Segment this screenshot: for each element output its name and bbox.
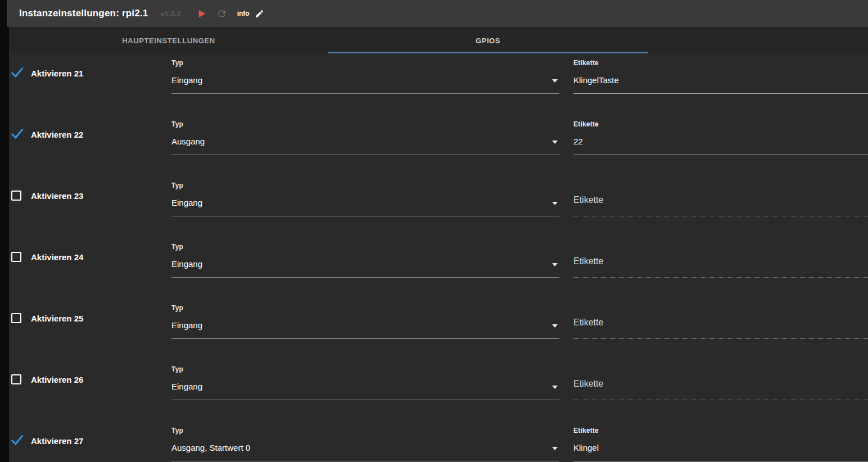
gpio-row-25: Aktivieren 25 Typ Eingang Etikette Etike…	[9, 301, 868, 346]
play-button[interactable]	[196, 8, 207, 19]
type-select[interactable]: Typ Ausgang, Startwert 0	[171, 424, 559, 462]
type-select[interactable]: Typ Eingang	[171, 363, 559, 403]
label-field-value: Etikette	[573, 195, 603, 205]
input-underline	[171, 93, 559, 94]
type-field-value: Eingang	[171, 382, 202, 391]
checkmark-icon	[10, 433, 24, 447]
gpio-row-27: Aktivieren 27 Typ Ausgang, Startwert 0 E…	[9, 424, 868, 462]
active-tab-indicator	[328, 52, 648, 53]
refresh-button[interactable]	[216, 8, 227, 19]
enable-label: Aktivieren 23	[31, 191, 83, 201]
label-input[interactable]: Etikette KlingelTaste	[573, 56, 868, 97]
enable-label: Aktivieren 24	[31, 252, 83, 262]
label-input[interactable]: Etikette Klingel	[573, 424, 868, 462]
input-underline	[171, 155, 559, 155]
enable-checkbox[interactable]	[10, 65, 25, 80]
gpio-row-26: Aktivieren 26 Typ Eingang Etikette Etike…	[9, 363, 868, 407]
tab-label: GPIOS	[476, 37, 500, 45]
label-field-value: Etikette	[573, 256, 603, 266]
checkbox-box	[11, 252, 21, 262]
edit-pencil-icon	[255, 9, 264, 19]
input-underline	[573, 338, 868, 339]
tab-haupteinstellungen[interactable]: HAUPTEINSTELLUNGEN	[9, 27, 328, 54]
input-underline	[573, 155, 868, 155]
enable-label: Aktivieren 22	[31, 130, 83, 139]
checkmark-icon	[10, 126, 24, 141]
adapter-version: v1.3.2	[160, 10, 180, 18]
play-icon	[196, 8, 207, 19]
dialog-title: Instanzeinstellungen: rpi2.1	[19, 8, 148, 19]
label-field-label: Etikette	[573, 427, 599, 434]
type-field-label: Typ	[171, 59, 183, 67]
label-input: Etikette Etikette	[573, 179, 868, 219]
type-field-label: Typ	[171, 304, 183, 312]
checkbox-box	[11, 191, 21, 201]
enable-checkbox[interactable]	[10, 188, 25, 202]
label-field-value: 22	[573, 137, 583, 146]
input-underline	[171, 400, 559, 400]
type-select[interactable]: Typ Eingang	[171, 179, 559, 219]
checkbox-box	[11, 313, 21, 323]
type-field-value: Eingang	[171, 75, 202, 85]
input-underline	[573, 216, 868, 216]
dropdown-arrow-icon	[552, 447, 558, 450]
label-field-label: Etikette	[573, 120, 599, 128]
edit-button[interactable]	[255, 9, 264, 19]
type-field-label: Typ	[171, 243, 183, 251]
dropdown-arrow-icon	[552, 141, 558, 144]
enable-label: Aktivieren 26	[31, 375, 83, 384]
input-underline	[573, 400, 868, 400]
gpio-row-24: Aktivieren 24 Typ Eingang Etikette Etike…	[9, 240, 868, 285]
dialog-header: Instanzeinstellungen: rpi2.1 v1.3.2 info	[7, 0, 868, 27]
label-field-value: Etikette	[573, 318, 603, 328]
dropdown-arrow-icon	[552, 202, 558, 205]
type-select[interactable]: Typ Eingang	[171, 240, 559, 280]
enable-checkbox[interactable]	[10, 126, 25, 141]
type-field-value: Eingang	[171, 259, 202, 269]
enable-checkbox[interactable]	[10, 310, 25, 325]
enable-checkbox[interactable]	[10, 433, 25, 447]
log-level-label: info	[237, 10, 250, 17]
input-underline	[171, 461, 559, 461]
enable-checkbox[interactable]	[10, 249, 25, 264]
dropdown-arrow-icon	[552, 386, 558, 389]
tab-label: HAUPTEINSTELLUNGEN	[122, 37, 215, 45]
label-input: Etikette Etikette	[573, 363, 868, 403]
tab-bar: HAUPTEINSTELLUNGEN GPIOS	[9, 27, 868, 54]
type-field-value: Eingang	[171, 198, 202, 207]
checkbox-box	[11, 374, 21, 384]
label-field-value: Etikette	[573, 379, 603, 389]
input-underline	[573, 461, 868, 461]
label-input: Etikette Etikette	[573, 240, 868, 280]
type-field-label: Typ	[171, 365, 183, 373]
type-field-label: Typ	[171, 427, 183, 434]
type-field-label: Typ	[171, 120, 183, 128]
checkmark-icon	[10, 65, 24, 79]
enable-label: Aktivieren 21	[31, 69, 83, 78]
label-field-value: KlingelTaste	[573, 75, 619, 85]
tab-gpios[interactable]: GPIOS	[328, 27, 648, 54]
gpio-row-21: Aktivieren 21 Typ Eingang Etikette Kling…	[9, 56, 868, 101]
type-select[interactable]: Typ Eingang	[171, 56, 559, 97]
dropdown-arrow-icon	[552, 324, 558, 328]
type-select[interactable]: Typ Eingang	[171, 301, 559, 342]
gpio-settings-panel: Aktivieren 21 Typ Eingang Etikette Kling…	[9, 54, 868, 462]
label-input[interactable]: Etikette 22	[573, 117, 868, 158]
gpio-row-23: Aktivieren 23 Typ Eingang Etikette Etike…	[9, 179, 868, 224]
dropdown-arrow-icon	[552, 79, 558, 83]
type-field-label: Typ	[171, 182, 183, 189]
dropdown-arrow-icon	[552, 263, 558, 266]
refresh-icon	[216, 8, 227, 19]
type-field-value: Ausgang	[171, 137, 205, 146]
input-underline	[171, 216, 559, 216]
type-field-value: Eingang	[171, 320, 202, 330]
enable-label: Aktivieren 25	[31, 314, 83, 323]
enable-label: Aktivieren 27	[31, 436, 83, 446]
enable-checkbox[interactable]	[10, 372, 25, 386]
input-underline	[171, 338, 559, 339]
type-select[interactable]: Typ Ausgang	[171, 117, 559, 158]
label-field-value: Klingel	[573, 443, 599, 452]
instance-settings-dialog: Instanzeinstellungen: rpi2.1 v1.3.2 info…	[0, 0, 868, 462]
input-underline	[573, 277, 868, 278]
input-underline	[573, 93, 868, 94]
